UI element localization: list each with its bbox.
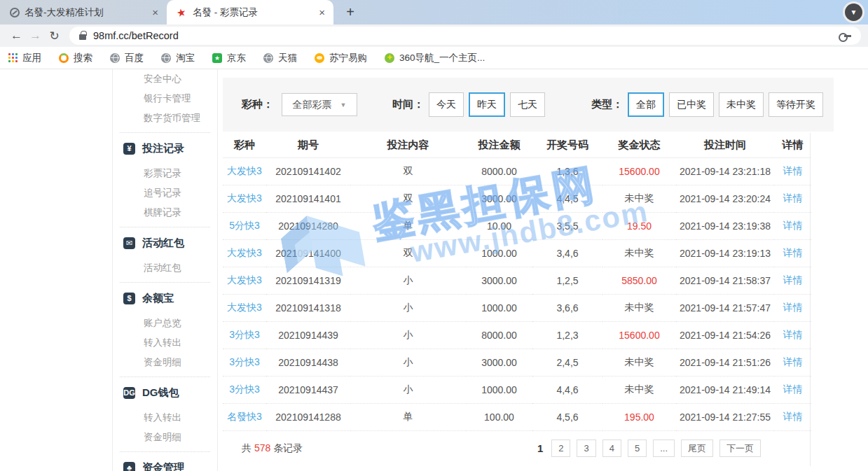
sidebar-entry[interactable]: $ 余额宝 (113, 287, 217, 309)
type-filter-label: 类型： (591, 98, 623, 111)
lottery-name-link[interactable]: 3分快3 (223, 349, 266, 376)
lottery-name-link[interactable]: 大发快3 (223, 157, 266, 185)
issue-number: 20210914437 (266, 376, 350, 403)
sidebar-entry[interactable]: 活动红包 (113, 258, 217, 278)
bookmark-item[interactable]: 百度 (110, 52, 144, 64)
prize-status: 5850.00 (602, 267, 676, 294)
page-button[interactable]: 2 (551, 440, 570, 457)
time-filter-button[interactable]: 今天 (429, 92, 464, 117)
reload-icon[interactable]: ↻ (45, 29, 64, 43)
sidebar-entry[interactable]: 数字货币管理 (113, 108, 217, 128)
sidebar-entry[interactable]: 棋牌记录 (113, 203, 217, 223)
lottery-name-link[interactable]: 3分快3 (223, 376, 266, 403)
bookmark-item[interactable]: 天猫 (263, 52, 297, 64)
draw-numbers: 3,5,5 (532, 212, 602, 239)
browser-tab[interactable]: 名發-大发精准计划 × (0, 0, 167, 24)
bookmark-item[interactable]: 淘宝 (161, 52, 195, 64)
red-packet-icon: ✉ (123, 237, 135, 249)
profile-button[interactable]: ▼ (843, 1, 864, 23)
lottery-name-link[interactable]: 5分快3 (223, 212, 266, 239)
sidebar-entry[interactable]: ✉ 活动红包 (113, 232, 217, 254)
bookmark-item[interactable]: 苏宁易购 (315, 52, 367, 64)
tab-close-icon[interactable]: × (149, 6, 161, 18)
url-text[interactable]: 98mf.cc/betRecord (93, 30, 179, 41)
lottery-name-link[interactable]: 大发快3 (223, 267, 266, 294)
detail-link[interactable]: 详情 (774, 294, 811, 321)
address-bar[interactable]: 98mf.cc/betRecord (69, 27, 861, 45)
bookmark-item[interactable]: 搜索 (59, 52, 92, 64)
lottery-name-link[interactable]: 大发快3 (223, 294, 266, 321)
column-header: 奖金状态 (602, 133, 676, 157)
column-header: 详情 (774, 133, 811, 157)
type-filter-button[interactable]: 已中奖 (669, 92, 714, 117)
sidebar-entry[interactable]: 资金明细 (113, 353, 217, 372)
key-icon[interactable] (839, 32, 851, 39)
bookmark-item[interactable]: 应用 (8, 52, 41, 64)
lottery-select[interactable]: 全部彩票 ▼ (282, 93, 357, 116)
lottery-name-link[interactable]: 大发快3 (223, 239, 266, 267)
sidebar-entry[interactable] (120, 132, 210, 133)
sidebar-entry[interactable]: 转入转出 (113, 408, 217, 428)
forward-icon[interactable]: → (26, 29, 45, 43)
page-button[interactable]: 5 (628, 440, 647, 457)
page-button[interactable]: 尾页 (681, 440, 713, 457)
page-content: 安全中心 银行卡管理 数字货币管理 ¥ 投注记录 彩票记录 追号记录 (0, 69, 868, 471)
sidebar-entry[interactable]: ♣ 资金管理 (113, 456, 217, 471)
type-filter-button[interactable]: 全部 (628, 92, 664, 117)
sidebar-entry[interactable]: 追号记录 (113, 183, 217, 203)
sidebar-entry[interactable]: ¥ 投注记录 (113, 137, 217, 160)
sidebar-entry[interactable]: 彩票记录 (113, 164, 217, 183)
page-button[interactable]: ... (653, 440, 675, 457)
tab-strip: 名發-大发精准计划 × 名發 - 彩票记录 × + ▼ (0, 0, 868, 24)
detail-link[interactable]: 详情 (774, 157, 811, 185)
bet-content: 小 (350, 294, 466, 321)
sidebar-entry[interactable]: 转入转出 (113, 333, 217, 353)
bet-time: 2021-09-14 21:57:47 (676, 294, 774, 321)
page-button[interactable]: 下一页 (719, 440, 761, 457)
detail-link[interactable]: 详情 (774, 212, 811, 239)
time-filter-button[interactable]: 昨天 (469, 92, 505, 117)
detail-link[interactable]: 详情 (774, 349, 811, 376)
page-button[interactable]: 4 (602, 440, 621, 457)
type-filter-button[interactable]: 等待开奖 (769, 92, 823, 117)
bet-amount: 1000.00 (466, 376, 532, 403)
new-tab-button[interactable]: + (340, 2, 360, 22)
draw-numbers: 3,4,6 (532, 239, 602, 267)
tab-close-icon[interactable]: × (316, 6, 328, 18)
lottery-name-link[interactable]: 3分快3 (223, 321, 266, 349)
sidebar-entry[interactable] (120, 227, 210, 227)
detail-link[interactable]: 详情 (774, 239, 811, 267)
page-button[interactable]: 1 (535, 440, 545, 457)
table-row: 大发快3 202109141319 小 3000.00 1,2,5 5850.0… (223, 267, 811, 294)
bet-amount: 10.00 (466, 212, 532, 239)
detail-link[interactable]: 详情 (774, 267, 811, 294)
bet-content: 小 (350, 267, 466, 294)
sidebar-entry[interactable]: 账户总览 (113, 314, 217, 333)
bookmark-item[interactable]: 京东 (212, 52, 246, 64)
sidebar-entry[interactable]: 安全中心 (113, 69, 217, 89)
table-header-row: 彩种期号投注内容投注金额开奖号码奖金状态投注时间详情 (223, 133, 811, 157)
lottery-name-link[interactable]: 大发快3 (223, 185, 266, 212)
sidebar-entry[interactable]: DG DG钱包 (113, 381, 217, 404)
sidebar-entry[interactable]: 资金明细 (113, 428, 217, 447)
globe-icon (161, 53, 171, 63)
time-filter-button[interactable]: 七天 (510, 92, 545, 117)
sidebar-entry[interactable] (120, 282, 210, 283)
sidebar-entry-label: 资金管理 (142, 461, 184, 471)
sidebar-entry-label: 账户总览 (144, 318, 181, 328)
page-button[interactable]: 3 (577, 440, 595, 457)
detail-link[interactable]: 详情 (774, 185, 811, 212)
sidebar-entry[interactable] (120, 377, 210, 377)
lottery-name-link[interactable]: 名發快3 (223, 403, 266, 430)
browser-tab[interactable]: 名發 - 彩票记录 × (167, 0, 333, 24)
detail-link[interactable]: 详情 (774, 321, 811, 349)
back-icon[interactable]: ← (7, 29, 26, 43)
detail-link[interactable]: 详情 (774, 403, 811, 430)
sidebar-entry[interactable]: 银行卡管理 (113, 89, 217, 108)
sidebar-entry[interactable] (120, 451, 210, 452)
bookmark-item[interactable]: 360导航_一个主页... (385, 52, 485, 64)
bet-time: 2021-09-14 21:49:14 (676, 376, 774, 403)
detail-link[interactable]: 详情 (774, 376, 811, 403)
funds-manage-icon: ♣ (123, 462, 135, 471)
type-filter-button[interactable]: 未中奖 (719, 92, 764, 117)
